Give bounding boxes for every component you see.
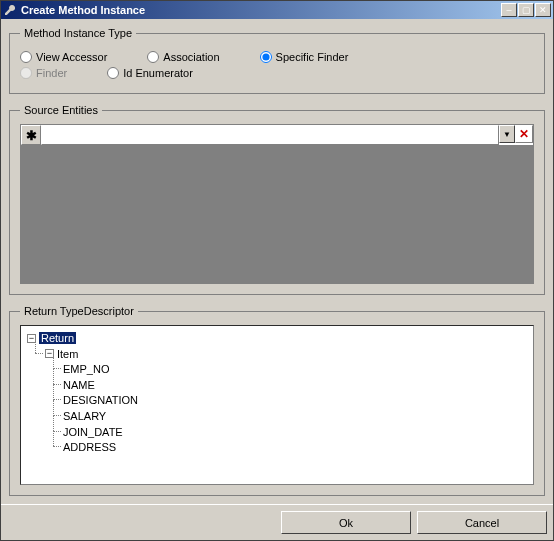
radio-specific-finder[interactable]: Specific Finder xyxy=(260,51,349,63)
radio-specific-finder-label: Specific Finder xyxy=(276,51,349,63)
radio-id-enumerator-label: Id Enumerator xyxy=(123,67,193,79)
return-type-group: Return TypeDescriptor −Return −Item EMP_… xyxy=(9,305,545,496)
radio-finder-label: Finder xyxy=(36,67,67,79)
wrench-icon xyxy=(3,3,17,17)
radio-id-enumerator-input[interactable] xyxy=(107,67,119,79)
tree-leaf-label[interactable]: ADDRESS xyxy=(63,441,116,453)
tree-node-emp-no[interactable]: EMP_NO xyxy=(63,361,529,377)
titlebar: Create Method Instance – ▢ ✕ xyxy=(1,1,553,19)
tree-label-return[interactable]: Return xyxy=(39,332,76,344)
grid-empty-area xyxy=(21,145,533,283)
radio-view-accessor-label: View Accessor xyxy=(36,51,107,63)
radio-finder: Finder xyxy=(20,67,67,79)
new-row-marker: ✱ xyxy=(21,125,41,145)
ok-button[interactable]: Ok xyxy=(281,511,411,534)
source-entities-group: Source Entities ✱ ▼ ✕ xyxy=(9,104,545,295)
tree-node-salary[interactable]: SALARY xyxy=(63,408,529,424)
radio-view-accessor-input[interactable] xyxy=(20,51,32,63)
radio-id-enumerator[interactable]: Id Enumerator xyxy=(107,67,193,79)
tree-node-address[interactable]: ADDRESS xyxy=(63,439,529,455)
tree-node-item[interactable]: −Item EMP_NO NAME DESIGNATION SALARY JOI… xyxy=(45,346,529,455)
client-area: Method Instance Type View Accessor Assoc… xyxy=(1,19,553,504)
tree-leaf-label[interactable]: EMP_NO xyxy=(63,363,109,375)
radio-finder-input xyxy=(20,67,32,79)
entity-combobox[interactable] xyxy=(41,125,499,145)
tree-leaf-label[interactable]: DESIGNATION xyxy=(63,394,138,406)
tree-label-item[interactable]: Item xyxy=(57,347,78,359)
radio-association-input[interactable] xyxy=(147,51,159,63)
source-entities-legend: Source Entities xyxy=(20,104,102,116)
tree-leaf-label[interactable]: SALARY xyxy=(63,410,106,422)
return-type-legend: Return TypeDescriptor xyxy=(20,305,138,317)
radio-association[interactable]: Association xyxy=(147,51,219,63)
dialog-window: Create Method Instance – ▢ ✕ Method Inst… xyxy=(0,0,554,541)
source-entities-grid: ✱ ▼ ✕ xyxy=(20,124,534,284)
dialog-button-bar: Ok Cancel xyxy=(1,504,553,540)
cancel-button[interactable]: Cancel xyxy=(417,511,547,534)
close-button[interactable]: ✕ xyxy=(535,3,551,17)
radio-association-label: Association xyxy=(163,51,219,63)
tree-node-name[interactable]: NAME xyxy=(63,377,529,393)
tree-leaf-label[interactable]: JOIN_DATE xyxy=(63,425,123,437)
window-title: Create Method Instance xyxy=(21,4,500,16)
return-type-tree[interactable]: −Return −Item EMP_NO NAME DESIGNATION SA… xyxy=(20,325,534,485)
radio-specific-finder-input[interactable] xyxy=(260,51,272,63)
minimize-button[interactable]: – xyxy=(501,3,517,17)
tree-node-designation[interactable]: DESIGNATION xyxy=(63,392,529,408)
method-type-legend: Method Instance Type xyxy=(20,27,136,39)
radio-view-accessor[interactable]: View Accessor xyxy=(20,51,107,63)
tree-node-join-date[interactable]: JOIN_DATE xyxy=(63,424,529,440)
delete-row-button[interactable]: ✕ xyxy=(515,125,533,143)
window-controls: – ▢ ✕ xyxy=(500,3,551,17)
tree-leaf-label[interactable]: NAME xyxy=(63,378,95,390)
entity-dropdown-button[interactable]: ▼ xyxy=(499,125,515,143)
method-instance-type-group: Method Instance Type View Accessor Assoc… xyxy=(9,27,545,94)
tree-node-return[interactable]: −Return −Item EMP_NO NAME DESIGNATION SA… xyxy=(27,330,529,455)
grid-new-row: ✱ ▼ ✕ xyxy=(21,125,533,145)
maximize-button[interactable]: ▢ xyxy=(518,3,534,17)
